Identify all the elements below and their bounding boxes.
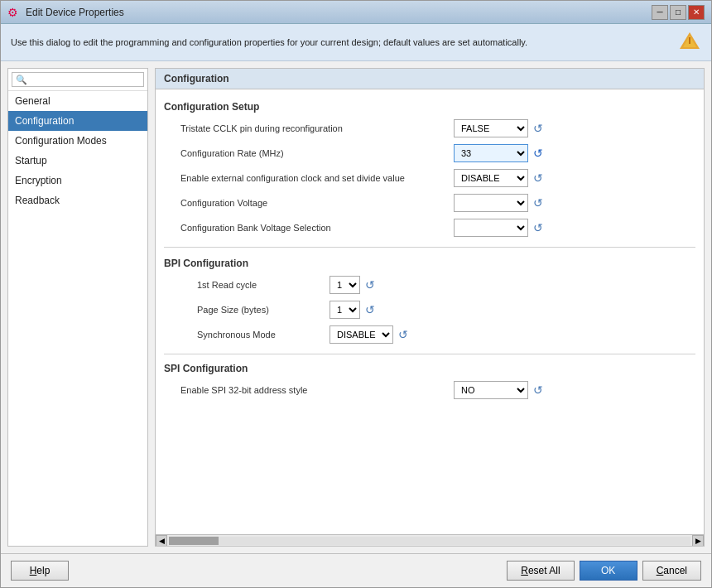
divider-2 [164,354,695,354]
sync-mode-refresh-icon[interactable]: ↺ [397,328,410,341]
bpi-row-page-size: Page Size (bytes) 148 ↺ [164,301,695,319]
search-input[interactable] [12,72,144,87]
bank-voltage-select[interactable] [454,219,528,237]
content-area: Configuration Configuration Setup Trista… [155,68,705,547]
sidebar-item-readback[interactable]: Readback [8,190,147,210]
config-voltage-select[interactable] [454,194,528,212]
titlebar: ⚙ Edit Device Properties ─ □ ✕ [1,1,711,24]
spi-config-title: SPI Configuration [164,363,695,374]
bank-voltage-label: Configuration Bank Voltage Selection [180,223,454,233]
ext-clock-refresh-icon[interactable]: ↺ [532,171,545,185]
reset-all-button[interactable]: Reset All [507,561,574,581]
config-rate-label: Configuration Rate (MHz) [180,148,454,158]
tristate-control: FALSE TRUE ↺ [454,119,545,137]
config-voltage-control: ↺ [454,194,545,212]
config-voltage-label: Configuration Voltage [180,198,454,208]
tristate-refresh-icon[interactable]: ↺ [532,122,545,135]
property-row-config-voltage: Configuration Voltage ↺ [164,194,695,212]
help-button[interactable]: Help [11,561,69,581]
info-bar: Use this dialog to edit the programming … [1,24,711,61]
config-rate-select[interactable]: 33 6 9 12 16 22 26 [454,144,528,162]
config-rate-control: 33 6 9 12 16 22 26 ↺ [454,144,545,162]
sidebar: General Configuration Configuration Mode… [7,68,148,547]
sidebar-item-configuration[interactable]: Configuration [8,111,147,131]
read-cycle-control: 1234 ↺ [330,276,377,294]
spi-address-control: NOYES ↺ [454,381,545,399]
reset-underline-char: R [521,565,528,576]
divider-1 [164,247,695,248]
property-row-tristate: Tristate CCLK pin during reconfiguration… [164,119,695,137]
search-box [8,69,147,91]
scroll-left-button[interactable]: ◀ [156,535,167,547]
footer-left: Help [11,561,69,581]
cancel-underline-char: C [657,565,664,576]
config-voltage-refresh-icon[interactable]: ↺ [532,196,545,210]
ext-clock-select[interactable]: DISABLE ENABLE [454,169,528,187]
nav-list: General Configuration Configuration Mode… [8,91,147,210]
window-icon: ⚙ [7,6,21,19]
read-cycle-select[interactable]: 1234 [330,276,360,294]
scroll-right-button[interactable]: ▶ [692,535,704,547]
logo-icon [678,31,701,54]
sync-mode-select[interactable]: DISABLEENABLE [330,325,393,344]
page-size-label: Page Size (bytes) [197,305,330,315]
property-row-ext-clock: Enable external configuration clock and … [164,169,695,187]
bpi-row-sync-mode: Synchronous Mode DISABLEENABLE ↺ [164,325,695,344]
sidebar-item-configuration-modes[interactable]: Configuration Modes [8,131,147,151]
spi-address-refresh-icon[interactable]: ↺ [532,383,545,397]
reset-rest: eset All [528,565,560,576]
config-setup-title: Configuration Setup [164,101,695,113]
scroll-thumb[interactable] [169,537,219,545]
ext-clock-label: Enable external configuration clock and … [180,173,454,183]
read-cycle-label: 1st Read cycle [197,280,330,290]
ext-clock-control: DISABLE ENABLE ↺ [454,169,545,187]
cancel-rest: ancel [663,565,687,576]
cancel-button[interactable]: Cancel [642,561,701,581]
bpi-row-read-cycle: 1st Read cycle 1234 ↺ [164,276,695,294]
sidebar-item-startup[interactable]: Startup [8,151,147,171]
page-size-refresh-icon[interactable]: ↺ [363,303,377,316]
page-size-select[interactable]: 148 [330,301,360,319]
sidebar-item-encryption[interactable]: Encryption [8,171,147,190]
tristate-label: Tristate CCLK pin during reconfiguration [180,123,454,133]
main-window: ⚙ Edit Device Properties ─ □ ✕ Use this … [0,0,712,588]
scroll-track [169,537,690,545]
spi-config-section: SPI Configuration Enable SPI 32-bit addr… [164,363,695,399]
config-setup-section: Configuration Setup Tristate CCLK pin du… [164,101,695,237]
titlebar-buttons: ─ □ ✕ [652,5,705,20]
bank-voltage-refresh-icon[interactable]: ↺ [532,221,545,234]
sync-mode-control: DISABLEENABLE ↺ [330,325,410,344]
close-button[interactable]: ✕ [688,5,705,20]
page-size-control: 148 ↺ [330,301,377,319]
tristate-select[interactable]: FALSE TRUE [454,119,528,137]
spi-address-select[interactable]: NOYES [454,381,528,399]
footer-right: Reset All OK Cancel [507,561,701,581]
help-rest: elp [36,565,50,576]
sync-mode-label: Synchronous Mode [197,330,330,340]
maximize-button[interactable]: □ [670,5,686,20]
spi-row-address-style: Enable SPI 32-bit address style NOYES ↺ [164,381,695,399]
bpi-config-section: BPI Configuration 1st Read cycle 1234 ↺ … [164,258,695,344]
ok-button[interactable]: OK [580,561,637,581]
window-title: Edit Device Properties [26,7,652,18]
main-area: General Configuration Configuration Mode… [1,61,711,553]
horizontal-scrollbar[interactable]: ◀ ▶ [156,534,704,546]
bpi-config-title: BPI Configuration [164,258,695,269]
property-row-config-rate: Configuration Rate (MHz) 33 6 9 12 16 22… [164,144,695,162]
property-row-bank-voltage: Configuration Bank Voltage Selection ↺ [164,219,695,237]
config-rate-refresh-icon[interactable]: ↺ [532,147,545,160]
content-header: Configuration [156,69,704,89]
minimize-button[interactable]: ─ [652,5,668,20]
bank-voltage-control: ↺ [454,219,545,237]
footer: Help Reset All OK Cancel [1,553,711,587]
content-scroll[interactable]: Configuration Setup Tristate CCLK pin du… [156,89,704,534]
read-cycle-refresh-icon[interactable]: ↺ [363,278,377,292]
spi-address-label: Enable SPI 32-bit address style [180,385,454,395]
sidebar-item-general[interactable]: General [8,91,147,111]
info-text: Use this dialog to edit the programming … [11,37,678,47]
